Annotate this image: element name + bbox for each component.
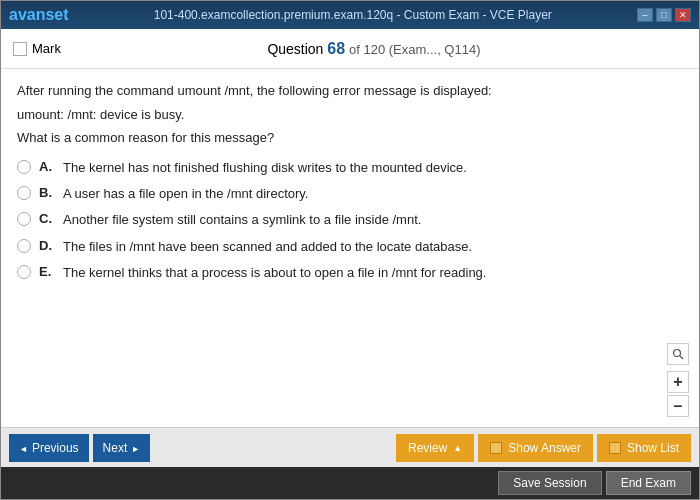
svg-line-1 [680,356,683,359]
question-number: 68 [327,40,345,57]
question-label: Question [267,41,323,57]
question-number-area: Question 68 of 120 (Exam..., Q114) [61,40,687,58]
window-title: 101-400.examcollection.premium.exam.120q… [69,8,637,22]
chevron-left-icon [19,441,28,455]
mark-checkbox[interactable] [13,42,27,56]
radio-a[interactable] [17,160,31,174]
option-d-letter: D. [39,238,55,253]
option-c[interactable]: C. Another file system still contains a … [17,211,683,229]
logo-accent: set [45,6,68,23]
question-header: Mark Question 68 of 120 (Exam..., Q114) [1,29,699,69]
mark-label: Mark [32,41,61,56]
previous-button[interactable]: Previous [9,434,89,462]
review-arrow-icon: ▲ [453,443,462,453]
option-d-text: The files in /mnt have been scanned and … [63,238,472,256]
zoom-out-button[interactable]: – [667,395,689,417]
minimize-button[interactable]: – [637,8,653,22]
zoom-controls: + – [667,343,689,417]
option-a[interactable]: A. The kernel has not finished flushing … [17,159,683,177]
show-list-button[interactable]: Show List [597,434,691,462]
show-answer-button[interactable]: Show Answer [478,434,593,462]
question-total-text: of 120 (Exam..., Q114) [349,42,481,57]
question-intro: After running the command umount /mnt, t… [17,81,683,101]
radio-c[interactable] [17,212,31,226]
title-bar: avanset 101-400.examcollection.premium.e… [1,1,699,29]
zoom-search-icon[interactable] [667,343,689,365]
radio-e[interactable] [17,265,31,279]
app-window: avanset 101-400.examcollection.premium.e… [0,0,700,500]
previous-label: Previous [32,441,79,455]
option-c-text: Another file system still contains a sym… [63,211,421,229]
option-e-text: The kernel thinks that a process is abou… [63,264,486,282]
title-bar-left: avanset [9,6,69,24]
radio-b[interactable] [17,186,31,200]
logo: avanset [9,6,69,24]
logo-first: avan [9,6,45,23]
zoom-in-button[interactable]: + [667,371,689,393]
show-list-label: Show List [627,441,679,455]
nav-bar: Previous Next Review ▲ Show Answer Show … [1,427,699,467]
option-b[interactable]: B. A user has a file open in the /mnt di… [17,185,683,203]
close-button[interactable]: ✕ [675,8,691,22]
question-prompt: What is a common reason for this message… [17,128,683,148]
radio-d[interactable] [17,239,31,253]
maximize-button[interactable]: □ [656,8,672,22]
mark-area: Mark [13,41,61,56]
option-e[interactable]: E. The kernel thinks that a process is a… [17,264,683,282]
option-b-text: A user has a file open in the /mnt direc… [63,185,308,203]
option-e-letter: E. [39,264,55,279]
answer-options: A. The kernel has not finished flushing … [17,159,683,282]
option-b-letter: B. [39,185,55,200]
option-a-text: The kernel has not finished flushing dis… [63,159,467,177]
next-label: Next [103,441,128,455]
show-answer-label: Show Answer [508,441,581,455]
svg-point-0 [674,350,681,357]
end-exam-button[interactable]: End Exam [606,471,691,495]
content-area: After running the command umount /mnt, t… [1,69,699,427]
question-error-message: umount: /mnt: device is busy. [17,107,683,122]
save-session-button[interactable]: Save Session [498,471,601,495]
chevron-right-icon [131,441,140,455]
next-button[interactable]: Next [93,434,151,462]
bottom-bar: Save Session End Exam [1,467,699,499]
option-a-letter: A. [39,159,55,174]
show-answer-icon [490,442,502,454]
option-c-letter: C. [39,211,55,226]
review-button[interactable]: Review ▲ [396,434,474,462]
review-label: Review [408,441,447,455]
show-list-icon [609,442,621,454]
option-d[interactable]: D. The files in /mnt have been scanned a… [17,238,683,256]
window-controls: – □ ✕ [637,8,691,22]
